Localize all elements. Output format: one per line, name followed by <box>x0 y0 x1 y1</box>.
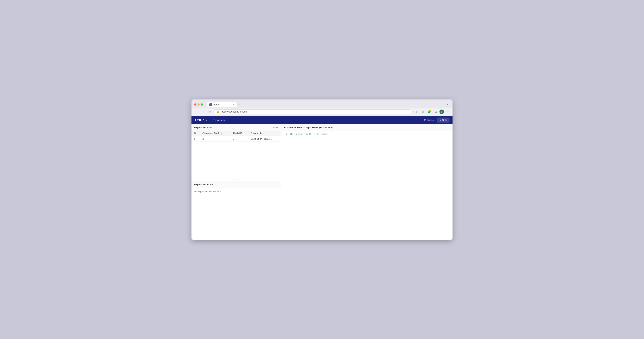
col-created-at: Created At <box>248 131 281 136</box>
new-expansion-set-button[interactable]: New <box>273 126 278 129</box>
reload-button[interactable]: ↻ <box>207 109 212 114</box>
maximize-window-button[interactable] <box>201 103 203 106</box>
expansion-sets-title: Expansion Sets <box>194 126 212 129</box>
sets-tab-icon: ≡ <box>440 119 441 121</box>
browser-titlebar: Aerie × + ⌄ <box>192 99 452 108</box>
app-content: AERIE ▾ Expansion ⊞ Rules ≡ Sets <box>192 116 452 240</box>
window-chevron-button[interactable]: ⌄ <box>445 101 450 106</box>
expansion-rules-header: Expansion Rules <box>192 181 281 188</box>
cell-command-dict: 2 <box>200 136 231 141</box>
traffic-lights <box>194 103 203 106</box>
expansion-sets-empty-space <box>192 142 281 179</box>
tab-bar: Aerie × + <box>207 102 443 107</box>
tab-label: Aerie <box>214 103 219 106</box>
left-panel: Expansion Sets New ID Co <box>192 124 281 240</box>
expansion-sets-section: Expansion Sets New ID Co <box>192 124 281 181</box>
logo-chevron-icon: ▾ <box>206 119 207 121</box>
forward-button[interactable]: → <box>200 109 206 114</box>
rules-tab-icon: ⊞ <box>424 119 426 121</box>
browser-tab-active[interactable]: Aerie × <box>207 102 236 107</box>
close-window-button[interactable] <box>194 103 196 106</box>
sets-tab-label: Sets <box>442 119 447 121</box>
editor-body: 1 No Expansion Rule Selected <box>281 131 452 240</box>
table-row[interactable]: 1 2 1 2022-11-14T21:27:... <box>192 136 281 141</box>
nav-tab-sets[interactable]: ≡ Sets <box>437 117 450 123</box>
tab-favicon <box>210 103 212 106</box>
scroll-handle[interactable] <box>232 180 240 180</box>
back-button[interactable]: ← <box>194 109 199 114</box>
nav-tab-rules[interactable]: ⊞ Rules <box>422 117 436 123</box>
expansion-rules-section: Expansion Rules No Expansion Set Selecte… <box>192 181 281 240</box>
editor-header: Expansion Rule – Logic Editor (Read-only… <box>281 124 452 131</box>
table-header-row: ID Command Dicti... | Model ID <box>192 131 281 136</box>
user-avatar[interactable]: E <box>440 109 444 114</box>
cell-model-id: 1 <box>231 136 248 141</box>
browser-window: Aerie × + ⌄ ← → ↻ 🔒 localhost/expansion/… <box>192 99 452 240</box>
nav-divider <box>210 118 210 122</box>
editor-line-1: 1 No Expansion Rule Selected <box>284 133 450 136</box>
editor-title: Expansion Rule – Logic Editor (Read-only… <box>284 126 333 129</box>
extensions-button[interactable]: 🧩 <box>427 109 432 114</box>
sidebar-toggle-button[interactable]: ⊟ <box>433 109 438 114</box>
user-initial: E <box>441 111 442 113</box>
nav-tabs: ⊞ Rules ≡ Sets <box>422 117 450 123</box>
expansion-sets-table: ID Command Dicti... | Model ID <box>192 131 281 142</box>
logo-text: AERIE <box>194 118 205 122</box>
editor-empty-message: No Expansion Rule Selected <box>290 133 328 136</box>
share-button[interactable]: ⇧ <box>414 109 419 114</box>
tab-close-button[interactable]: × <box>232 103 234 106</box>
col-id: ID <box>192 131 200 136</box>
toolbar-right: ⇧ ☆ 🧩 ⊟ E ⋯ <box>414 109 450 114</box>
app-logo[interactable]: AERIE ▾ <box>194 118 207 122</box>
address-bar[interactable]: 🔒 localhost/expansion/sets <box>214 109 412 114</box>
resize-handle-1[interactable]: | <box>221 132 222 135</box>
more-options-button[interactable]: ⋯ <box>445 109 450 114</box>
no-expansion-set-message: No Expansion Set Selected <box>192 188 281 196</box>
main-content: Expansion Sets New ID Co <box>192 124 452 240</box>
minimize-window-button[interactable] <box>198 103 200 106</box>
expansion-rules-title: Expansion Rules <box>194 183 214 186</box>
expansion-sets-header: Expansion Sets New <box>192 124 281 131</box>
col-model-id: Model ID <box>231 131 248 136</box>
app-navbar: AERIE ▾ Expansion ⊞ Rules ≡ Sets <box>192 116 452 124</box>
line-number-1: 1 <box>284 133 287 135</box>
url-text: localhost/expansion/sets <box>221 110 410 113</box>
new-tab-button[interactable]: + <box>236 102 242 107</box>
col-command-dict: Command Dicti... | <box>200 131 231 136</box>
nav-page-title: Expansion <box>212 118 226 122</box>
bookmark-button[interactable]: ☆ <box>420 109 426 114</box>
cell-id: 1 <box>192 136 200 141</box>
cell-created-at: 2022-11-14T21:27:... <box>248 136 281 141</box>
table-body: 1 2 1 2022-11-14T21:27:... <box>192 136 281 141</box>
rules-tab-label: Rules <box>427 119 434 121</box>
expansion-sets-table-container: ID Command Dicti... | Model ID <box>192 131 281 142</box>
table-header: ID Command Dicti... | Model ID <box>192 131 281 136</box>
browser-toolbar: ← → ↻ 🔒 localhost/expansion/sets ⇧ ☆ 🧩 ⊟… <box>192 108 452 116</box>
right-panel: Expansion Rule – Logic Editor (Read-only… <box>281 124 452 240</box>
